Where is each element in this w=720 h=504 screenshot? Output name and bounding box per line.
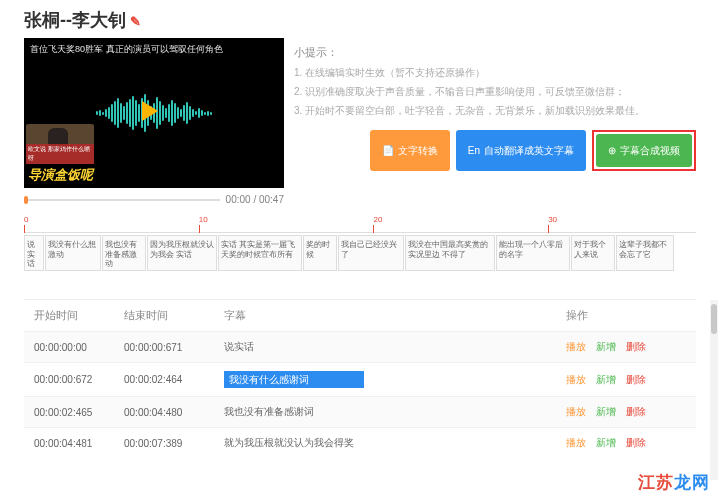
end-time: 00:00:00:671 <box>124 342 224 353</box>
subtitle-overlay: 导演盒饭呢 <box>28 166 93 184</box>
overlay-text: 首位飞天奖80胜军 真正的演员可以驾驭任何角色 <box>30 44 278 56</box>
time-display: 00:00 / 00:47 <box>226 194 284 205</box>
clip-item[interactable]: 我自己已经没兴了 <box>338 235 404 271</box>
clip-item[interactable]: 这辈子我都不会忘了它 <box>616 235 674 271</box>
start-time: 00:00:02:465 <box>34 407 124 418</box>
tips-panel: 小提示： 1. 在线编辑实时生效（暂不支持还原操作） 2. 识别准确度取决于声音… <box>294 38 696 205</box>
play-link[interactable]: 播放 <box>566 373 586 387</box>
start-time: 00:00:04:481 <box>34 438 124 449</box>
video-player[interactable]: 首位飞天奖80胜军 真正的演员可以驾驭任何角色 欧文说 那家鸡作什么嘴呀 导演盒… <box>24 38 284 188</box>
thumb-caption: 欧文说 那家鸡作什么嘴呀 <box>26 144 94 164</box>
subtitle-text: 就为我压根就没认为我会得奖 <box>224 437 354 448</box>
subtitle-text: 说实话 <box>224 341 254 352</box>
clip-item[interactable]: 因为我压根就没认为我会 实话 <box>147 235 217 271</box>
add-link[interactable]: 新增 <box>596 436 616 450</box>
subtitle-input[interactable] <box>224 371 364 388</box>
clip-item[interactable]: 实话 其实是第一届飞天奖的时候宣布所有 <box>218 235 302 271</box>
start-time: 00:00:00:672 <box>34 374 124 385</box>
end-time: 00:00:04:480 <box>124 407 224 418</box>
end-time: 00:00:02:464 <box>124 374 224 385</box>
clip-item[interactable]: 我没有什么想激动 <box>45 235 101 271</box>
add-link[interactable]: 新增 <box>596 405 616 419</box>
end-time: 00:00:07:389 <box>124 438 224 449</box>
progress-bar[interactable]: 00:00 / 00:47 <box>24 194 284 205</box>
scrollbar[interactable] <box>710 300 718 466</box>
add-link[interactable]: 新增 <box>596 340 616 354</box>
en-icon: En <box>468 141 480 160</box>
text-convert-button[interactable]: 📄文字转换 <box>370 130 450 171</box>
table-row: 00:00:04:48100:00:07:389就为我压根就没认为我会得奖播放新… <box>24 427 696 458</box>
play-link[interactable]: 播放 <box>566 405 586 419</box>
plus-icon: ⊕ <box>608 141 616 160</box>
table-row: 00:00:00:67200:00:02:464播放新增删除 <box>24 362 696 396</box>
clip-item[interactable]: 说实话 <box>24 235 44 271</box>
doc-icon: 📄 <box>382 141 394 160</box>
timeline-ruler[interactable]: 0 10 20 30 <box>24 215 696 233</box>
delete-link[interactable]: 删除 <box>626 405 646 419</box>
page-title: 张桐--李大钊✎ <box>24 8 696 32</box>
play-icon[interactable] <box>142 101 158 121</box>
clip-item[interactable]: 我没在中国最高奖赏的实况里边 不得了 <box>405 235 495 271</box>
clip-item[interactable]: 对于我个人来说 <box>571 235 615 271</box>
delete-link[interactable]: 删除 <box>626 340 646 354</box>
subtitle-text: 我也没有准备感谢词 <box>224 406 314 417</box>
delete-link[interactable]: 删除 <box>626 373 646 387</box>
table-header: 开始时间 结束时间 字幕 操作 <box>24 299 696 331</box>
edit-icon[interactable]: ✎ <box>130 14 141 29</box>
start-time: 00:00:00:00 <box>34 342 124 353</box>
clip-item[interactable]: 奖的时候 <box>303 235 337 271</box>
add-link[interactable]: 新增 <box>596 373 616 387</box>
subtitle-table: 开始时间 结束时间 字幕 操作 00:00:00:0000:00:00:671说… <box>24 299 696 458</box>
delete-link[interactable]: 删除 <box>626 436 646 450</box>
table-row: 00:00:02:46500:00:04:480我也没有准备感谢词播放新增删除 <box>24 396 696 427</box>
compose-video-button[interactable]: ⊕字幕合成视频 <box>596 134 692 167</box>
play-link[interactable]: 播放 <box>566 436 586 450</box>
clip-item[interactable]: 我也没有准备感激动 <box>102 235 146 271</box>
timeline-clips[interactable]: 说实话我没有什么想激动我也没有准备感激动因为我压根就没认为我会 实话实话 其实是… <box>24 235 696 271</box>
table-row: 00:00:00:0000:00:00:671说实话播放新增删除 <box>24 331 696 362</box>
clip-item[interactable]: 能出现一个八零后的名字 <box>496 235 570 271</box>
highlight-box: ⊕字幕合成视频 <box>592 130 696 171</box>
play-link[interactable]: 播放 <box>566 340 586 354</box>
translate-button[interactable]: En自动翻译成英文字幕 <box>456 130 586 171</box>
